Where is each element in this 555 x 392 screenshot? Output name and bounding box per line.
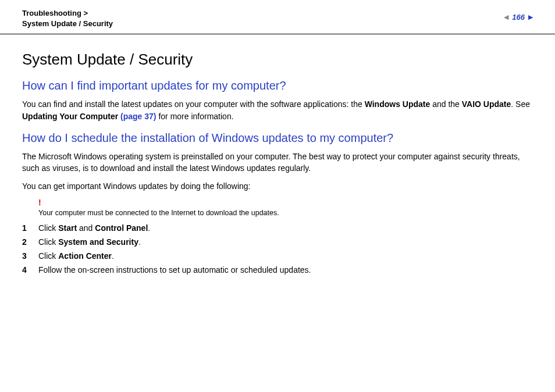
list-item: 4 Follow the on-screen instructions to s… bbox=[22, 265, 533, 275]
step-number: 3 bbox=[22, 251, 38, 261]
step-text: Click System and Security. bbox=[38, 237, 533, 247]
text-bold: Action Center bbox=[58, 251, 112, 261]
text-fragment: Click bbox=[38, 251, 58, 261]
text-bold: System and Security bbox=[58, 237, 138, 247]
text-fragment: Follow the on-screen instructions to set… bbox=[38, 265, 311, 275]
step-text: Click Action Center. bbox=[38, 251, 533, 261]
text-fragment: . bbox=[138, 237, 141, 247]
section-heading-2: How do I schedule the installation of Wi… bbox=[22, 131, 533, 145]
breadcrumb-line-1: Troubleshooting > bbox=[22, 8, 113, 19]
alert-box: ! Your computer must be connected to the… bbox=[38, 198, 533, 218]
step-number: 2 bbox=[22, 237, 38, 247]
section2-paragraph-2: You can get important Windows updates by… bbox=[22, 180, 533, 192]
section1-paragraph: You can find and install the latest upda… bbox=[22, 98, 533, 122]
alert-text: Your computer must be connected to the I… bbox=[38, 208, 533, 218]
list-item: 3 Click Action Center. bbox=[22, 251, 533, 261]
text-fragment: Click bbox=[38, 237, 58, 247]
list-item: 2 Click System and Security. bbox=[22, 237, 533, 247]
section2-paragraph-1: The Microsoft Windows operating system i… bbox=[22, 151, 533, 174]
text-fragment: You can find and install the latest upda… bbox=[22, 99, 365, 109]
text-fragment: . bbox=[148, 223, 150, 233]
text-fragment: Click bbox=[38, 223, 58, 233]
page-content: System Update / Security How can I find … bbox=[0, 34, 555, 295]
page-navigation: ◀ 166 ▶ bbox=[504, 13, 533, 22]
step-number: 4 bbox=[22, 265, 38, 275]
step-number: 1 bbox=[22, 223, 38, 233]
list-item: 1 Click Start and Control Panel. bbox=[22, 223, 533, 233]
text-fragment: . bbox=[112, 251, 114, 261]
alert-icon: ! bbox=[38, 198, 533, 207]
text-bold: Control Panel bbox=[95, 223, 148, 233]
text-fragment: for more information. bbox=[156, 112, 234, 121]
next-page-icon[interactable]: ▶ bbox=[528, 13, 533, 21]
text-fragment: and the bbox=[430, 99, 462, 109]
breadcrumb-line-2: System Update / Security bbox=[22, 19, 113, 29]
text-bold: Windows Update bbox=[365, 99, 431, 109]
page-reference-link[interactable]: (page 37) bbox=[120, 112, 156, 121]
breadcrumb: Troubleshooting > System Update / Securi… bbox=[22, 8, 113, 29]
page-number: 166 bbox=[512, 13, 525, 22]
step-text: Follow the on-screen instructions to set… bbox=[38, 265, 533, 275]
section-heading-1: How can I find important updates for my … bbox=[22, 79, 533, 92]
step-text: Click Start and Control Panel. bbox=[38, 223, 533, 233]
text-bold: VAIO Update bbox=[462, 99, 511, 109]
step-list: 1 Click Start and Control Panel. 2 Click… bbox=[22, 223, 533, 275]
text-fragment: and bbox=[77, 223, 95, 233]
text-bold: Updating Your Computer bbox=[22, 112, 120, 121]
page-title: System Update / Security bbox=[22, 51, 533, 69]
text-bold: Start bbox=[58, 223, 77, 233]
text-fragment: . See bbox=[511, 99, 530, 109]
page-header: Troubleshooting > System Update / Securi… bbox=[0, 0, 555, 34]
prev-page-icon[interactable]: ◀ bbox=[504, 13, 508, 21]
